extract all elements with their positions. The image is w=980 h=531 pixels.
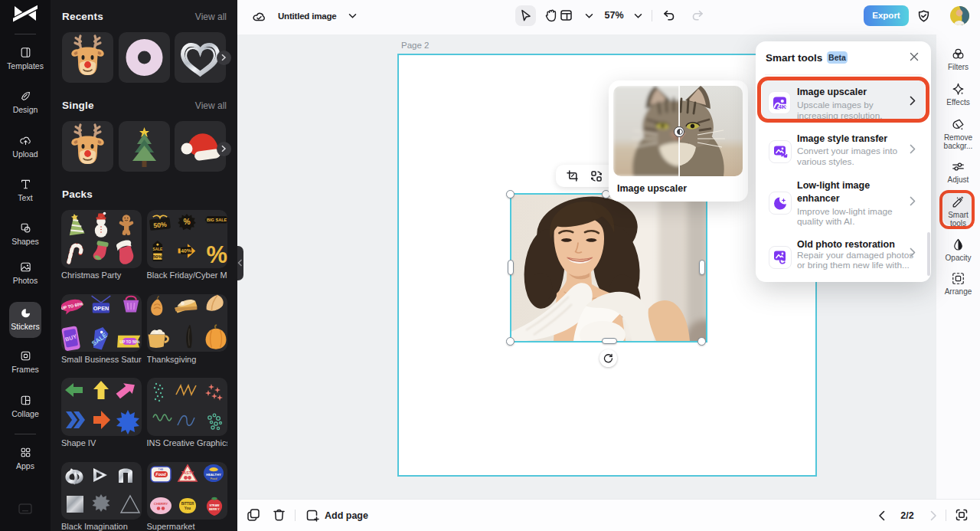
svg-text:OPEN: OPEN <box>93 304 109 311</box>
svg-text:Food: Food <box>210 477 217 480</box>
svg-text:40%: 40% <box>181 247 191 254</box>
svg-text:%: % <box>183 218 190 226</box>
svg-text:SALE: SALE <box>152 247 162 251</box>
svg-text:STRAW: STRAW <box>209 504 220 507</box>
svg-text:BERR Y: BERR Y <box>209 507 220 510</box>
svg-text:BIG SALE: BIG SALE <box>207 218 227 222</box>
svg-text:Food: Food <box>155 472 166 477</box>
svg-text:THE: THE <box>158 467 164 470</box>
svg-text:50%: 50% <box>152 221 167 230</box>
svg-text:BITTER: BITTER <box>181 501 194 505</box>
svg-text:50%: 50% <box>152 254 162 259</box>
svg-text:TASTY: TASTY <box>181 470 194 475</box>
svg-text:%: % <box>206 241 227 268</box>
svg-text:CHERRY: CHERRY <box>153 502 167 506</box>
svg-text:UP TO 50%: UP TO 50% <box>119 339 140 343</box>
svg-text:You: You <box>184 506 191 510</box>
svg-text:HEALTHY: HEALTHY <box>206 472 221 476</box>
